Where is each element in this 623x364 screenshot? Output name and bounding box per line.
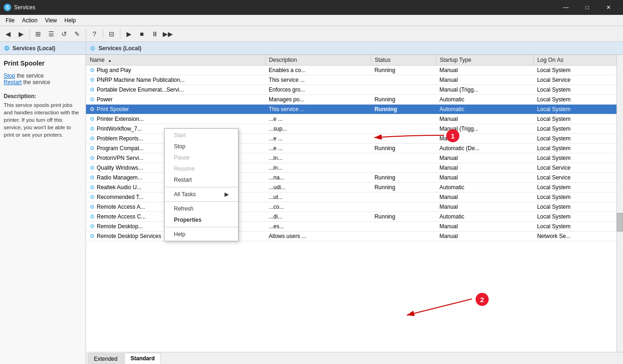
close-button[interactable]: ✕ — [598, 0, 619, 15]
service-actions: Stop the service Restart the service — [4, 73, 82, 86]
submenu-arrow-icon: ▶ — [225, 191, 229, 198]
service-logon-cell: Network Se... — [533, 232, 623, 241]
restart-link[interactable]: Restart — [4, 79, 22, 86]
service-status-cell — [371, 202, 436, 212]
service-startup-cell: Manual — [436, 232, 533, 241]
service-status-cell — [371, 124, 436, 134]
service-desc-cell: ...co... — [265, 202, 371, 212]
tabs-bar: Extended Standard — [86, 352, 623, 364]
toolbar-sep-3 — [103, 29, 103, 39]
toolbar-play[interactable]: ▶ — [123, 28, 135, 40]
content-title: Services (Local) — [99, 45, 141, 52]
service-logon-cell: Local System — [533, 95, 623, 105]
menu-view[interactable]: View — [41, 16, 61, 25]
context-menu-item-all-tasks[interactable]: All Tasks▶ — [165, 189, 238, 200]
sidebar: ⚙ Services (Local) Print Spooler Stop th… — [0, 42, 86, 364]
service-status-cell: Running — [371, 95, 436, 105]
context-menu-item-help[interactable]: Help — [165, 229, 238, 240]
service-startup-cell: Manual — [436, 153, 533, 163]
service-status-cell — [371, 153, 436, 163]
service-status-cell: Running — [371, 66, 436, 75]
service-desc-cell: This service ... — [265, 105, 371, 114]
toolbar-back[interactable]: ◀ — [2, 28, 14, 40]
tab-standard[interactable]: Standard — [125, 353, 161, 364]
service-desc-cell: ...e ... — [265, 134, 371, 144]
menu-action[interactable]: Action — [18, 16, 41, 25]
service-logon-cell: Local System — [533, 114, 623, 124]
toolbar-stop[interactable]: ■ — [136, 28, 148, 40]
toolbar-pause[interactable]: ⏸ — [149, 28, 161, 40]
restart-text: the service — [22, 79, 50, 86]
col-description[interactable]: Description — [265, 55, 371, 66]
context-menu-item-stop[interactable]: Stop — [165, 141, 238, 152]
service-icon: ⚙ — [90, 184, 95, 191]
service-startup-cell: Manual — [436, 202, 533, 212]
service-logon-cell: Local System — [533, 144, 623, 153]
toolbar-export[interactable]: ✎ — [71, 28, 83, 40]
scrollbar[interactable] — [616, 55, 623, 352]
service-logon-cell: Local Service — [533, 163, 623, 173]
scrollbar-thumb[interactable] — [616, 213, 623, 232]
sidebar-content: Print Spooler Stop the service Restart t… — [0, 55, 86, 143]
service-startup-cell: Manual — [436, 163, 533, 173]
col-name[interactable]: Name ▲ — [86, 55, 265, 66]
table-row[interactable]: ⚙Plug and PlayEnables a co...RunningManu… — [86, 66, 623, 75]
table-row[interactable]: ⚙Portable Device Enumerat...Servi...Enfo… — [86, 85, 623, 95]
context-menu-item-start: Start — [165, 130, 238, 141]
minimize-button[interactable]: — — [555, 0, 577, 15]
table-row[interactable]: ⚙Print SpoolerThis service ...RunningAut… — [86, 105, 623, 114]
maximize-button[interactable]: □ — [577, 0, 598, 15]
service-desc-cell: This service ... — [265, 75, 371, 85]
service-icon: ⚙ — [90, 126, 95, 132]
col-startup[interactable]: Startup Type — [436, 55, 533, 66]
service-startup-cell: Automatic (De... — [436, 144, 533, 153]
context-menu-item-properties[interactable]: Properties — [165, 214, 238, 225]
service-desc-cell: Enforces gro... — [265, 85, 371, 95]
service-icon: ⚙ — [90, 204, 95, 210]
service-name-cell: ⚙Portable Device Enumerat...Servi... — [86, 85, 265, 95]
service-icon: ⚙ — [90, 77, 95, 83]
menu-file[interactable]: File — [2, 16, 18, 25]
context-menu-item-pause: Pause — [165, 152, 238, 163]
col-logon[interactable]: Log On As — [533, 55, 623, 66]
arrow-2 — [402, 292, 481, 320]
service-desc-cell: ...di... — [265, 212, 371, 222]
col-status[interactable]: Status — [371, 55, 436, 66]
context-menu-item-refresh[interactable]: Refresh — [165, 203, 238, 214]
restart-action-line: Restart the service — [4, 79, 82, 86]
service-logon-cell: Local System — [533, 183, 623, 192]
menu-help[interactable]: Help — [61, 16, 80, 25]
service-status-cell — [371, 134, 436, 144]
service-startup-cell: Manual — [436, 173, 533, 183]
service-desc-cell: ...ut... — [265, 192, 371, 202]
stop-action-line: Stop the service — [4, 73, 82, 79]
stop-link[interactable]: Stop — [4, 73, 15, 79]
service-name-cell: ⚙Print Spooler — [86, 105, 265, 114]
table-row[interactable]: ⚙PNRP Machine Name Publication...This se… — [86, 75, 623, 85]
tab-extended[interactable]: Extended — [88, 353, 124, 364]
service-logon-cell: Local System — [533, 222, 623, 232]
toolbar-sep-2 — [86, 29, 86, 39]
toolbar-properties[interactable]: ⊟ — [106, 28, 118, 40]
toolbar-help[interactable]: ? — [88, 28, 100, 40]
toolbar-forward[interactable]: ▶ — [15, 28, 27, 40]
service-logon-cell: Local System — [533, 85, 623, 95]
annotation-2: 2 — [476, 293, 489, 306]
service-logon-cell: Local Service — [533, 75, 623, 85]
toolbar-list[interactable]: ☰ — [45, 28, 57, 40]
context-menu-item-restart[interactable]: Restart — [165, 174, 238, 185]
toolbar-step[interactable]: ▶▶ — [162, 28, 174, 40]
service-status-cell — [371, 85, 436, 95]
service-logon-cell: Local System — [533, 124, 623, 134]
toolbar-refresh[interactable]: ↺ — [58, 28, 70, 40]
service-startup-cell: Manual (Trigg... — [436, 124, 533, 134]
service-icon: ⚙ — [90, 67, 95, 73]
selected-service-name: Print Spooler — [4, 60, 82, 67]
service-startup-cell: Manual — [436, 75, 533, 85]
context-menu-separator — [165, 227, 238, 227]
table-row[interactable]: ⚙Printer Extension......e ...ManualLocal… — [86, 114, 623, 124]
service-startup-cell: Manual — [436, 114, 533, 124]
service-startup-cell: Manual — [436, 222, 533, 232]
table-row[interactable]: ⚙PowerManages po...RunningAutomaticLocal… — [86, 95, 623, 105]
toolbar-up[interactable]: ⊞ — [32, 28, 44, 40]
